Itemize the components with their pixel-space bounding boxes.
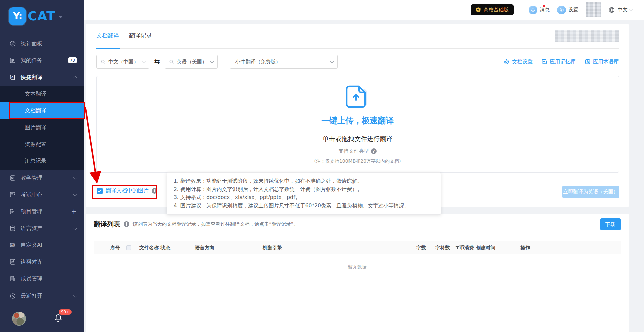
source-language-select[interactable]: 中文（中国） [96, 55, 149, 69]
swap-languages-icon[interactable]: ⇆ [149, 58, 165, 66]
app-root: Y: CAT 统计面板 我的任务 73 A 快捷翻译 文本翻译 文档翻译 [0, 0, 644, 332]
tasks-icon [9, 57, 16, 64]
sidebar-item-corpus-alignment[interactable]: 语料对齐 [0, 253, 84, 270]
list-section-note: 该列表为当天的文档翻译记录，如需查看过往翻译文档，请点击“翻译记录”。 [133, 221, 299, 227]
sidebar-item-label: 成员管理 [21, 275, 77, 282]
chevron-down-icon [142, 59, 145, 63]
info-circle-icon[interactable]: i [152, 188, 157, 194]
col-word-count: 字数 [416, 245, 435, 251]
language-select-row: 中文（中国） ⇆ 英语（美国） 小牛翻译（免费版） [96, 55, 338, 69]
termbase-a-icon: A [585, 59, 591, 65]
tooltip-line: 1. 翻译效果：功能处于测试阶段，效果持续优化中，如有不准确之处，敬请谅解。 [174, 177, 434, 185]
apply-tm-link[interactable]: 应用记忆库 [541, 58, 576, 65]
translate-images-checkbox[interactable] [97, 188, 103, 194]
col-filename: 文件名称 [139, 245, 161, 251]
submenu-item-resource-config[interactable]: 资源配置 [0, 136, 84, 153]
settings-button[interactable]: 设置 [557, 6, 578, 14]
file-upload-dropzone[interactable]: 一键上传，极速翻译 单击或拖拽文件进行翻译 支持文件类型 ? (注：仅支持100… [96, 76, 619, 173]
sidebar-item-exam-center[interactable]: 考试中心 [0, 186, 84, 203]
dashboard-icon [9, 40, 16, 47]
chevron-up-icon [73, 76, 77, 80]
tab-document-translate[interactable]: 文档翻译 [96, 32, 119, 43]
source-language-value: 中文（中国） [108, 59, 142, 65]
messages-button[interactable]: 消息 [529, 6, 550, 14]
logo-icon: Y: [9, 7, 26, 25]
sidebar-item-dashboard[interactable]: 统计面板 [0, 35, 84, 52]
upload-subtitle: 单击或拖拽文件进行翻译 [323, 135, 393, 143]
mt-engine-select[interactable]: 小牛翻译（免费版） [230, 55, 338, 69]
sidebar-item-label: 项目管理 [21, 208, 71, 215]
upload-document-icon [343, 84, 372, 110]
header-divider [521, 6, 521, 14]
chevron-down-icon [73, 192, 77, 196]
target-language-value: 英语（美国） [177, 59, 211, 65]
translate-now-button[interactable]: 立即翻译为英语（美国） [562, 186, 619, 198]
apply-termbase-link[interactable]: A 应用术语库 [585, 58, 619, 65]
col-index: 序号 [110, 245, 126, 251]
chevron-down-icon [73, 293, 77, 298]
resource-links: 文档设置 应用记忆库 A 应用术语库 [503, 55, 619, 69]
message-bell-icon [529, 6, 537, 14]
ui-language-switcher[interactable]: 中文 [608, 7, 633, 13]
memory-check-icon [541, 59, 547, 65]
notification-bell[interactable]: 99+ [54, 313, 63, 324]
sidebar-item-custom-ai[interactable]: AI 自定义AI [0, 237, 84, 253]
sidebar-item-teaching[interactable]: 教学管理 [0, 170, 84, 186]
question-circle-icon[interactable]: ? [371, 148, 377, 154]
submenu-item-text-translate[interactable]: 文本翻译 [0, 86, 84, 102]
quick-translate-submenu: 文本翻译 文档翻译 图片翻译 资源配置 汇总记录 [0, 86, 84, 170]
sidebar-item-label: 统计面板 [21, 40, 77, 47]
redacted-user-avatar[interactable] [586, 2, 601, 17]
chevron-down-icon [210, 59, 214, 63]
chevron-down-icon [73, 226, 77, 230]
chevron-down-icon [73, 175, 77, 180]
teaching-icon [9, 175, 16, 181]
col-tcoin-cost: T币消费 [456, 245, 476, 251]
target-language-select[interactable]: 英语（美国） [165, 55, 218, 69]
select-all-checkbox[interactable] [126, 245, 131, 250]
settings-label: 设置 [568, 7, 578, 13]
col-language-direction: 语言方向 [195, 245, 263, 251]
messages-label: 消息 [540, 7, 550, 13]
app-logo[interactable]: Y: CAT [0, 0, 84, 32]
menu-collapse-icon[interactable] [89, 6, 96, 14]
submenu-item-summary-records[interactable]: 汇总记录 [0, 153, 84, 170]
sidebar-item-member-management[interactable]: 成员管理 [0, 270, 84, 287]
document-settings-link[interactable]: 文档设置 [503, 58, 533, 65]
sidebar-item-language-assets[interactable]: 语言资产 [0, 220, 84, 237]
download-button[interactable]: 下载 [600, 218, 621, 230]
col-char-count: 字符数 [435, 245, 456, 251]
tooltip-line: 3. 支持格式：doc/docx、xls/xlsx、ppt/pptx、pdf。 [174, 193, 434, 202]
submenu-item-image-translate[interactable]: 图片翻译 [0, 119, 84, 136]
sidebar-item-project-management[interactable]: 项目管理 + [0, 203, 84, 220]
ai-icon: AI [9, 242, 16, 248]
submenu-item-document-translate[interactable]: 文档翻译 [0, 102, 84, 119]
apply-tm-label: 应用记忆库 [550, 58, 576, 65]
sidebar-footer: 99+ [0, 305, 84, 332]
sidebar-item-my-tasks[interactable]: 我的任务 73 [0, 52, 84, 69]
info-circle-icon: i [124, 221, 129, 227]
list-section-title: 翻译列表 [94, 220, 120, 229]
document-settings-label: 文档设置 [512, 58, 533, 65]
sidebar-item-label: 考试中心 [21, 191, 74, 198]
col-actions: 操作 [520, 245, 621, 251]
ui-language-label: 中文 [618, 7, 628, 13]
user-avatar[interactable] [12, 312, 26, 326]
exam-icon [9, 191, 16, 198]
tab-translation-records[interactable]: 翻译记录 [129, 32, 152, 43]
col-created-time: 创建时间 [476, 245, 520, 251]
sidebar-item-label: 自定义AI [21, 242, 77, 249]
gear-icon [557, 6, 566, 14]
upload-filetypes: 支持文件类型 ? [339, 148, 377, 154]
translation-list-panel: 翻译列表 i 该列表为当天的文档翻译记录，如需查看过往翻译文档，请点击“翻译记录… [86, 214, 629, 332]
empty-state-text: 暂无数据 [86, 264, 629, 270]
sidebar-item-quick-translate[interactable]: A 快捷翻译 [0, 69, 84, 86]
plan-badge[interactable]: 高校基础版 [471, 4, 514, 15]
sidebar-item-recently-opened[interactable]: 最近打开 [0, 287, 84, 305]
panel-tabs: 文档翻译 翻译记录 [96, 32, 152, 43]
upload-title: 一键上传，极速翻译 [321, 115, 394, 126]
gear-icon [503, 59, 509, 65]
organization-icon [9, 275, 16, 282]
sidebar-item-label: 我的任务 [21, 57, 68, 64]
tab-underline [96, 48, 619, 49]
